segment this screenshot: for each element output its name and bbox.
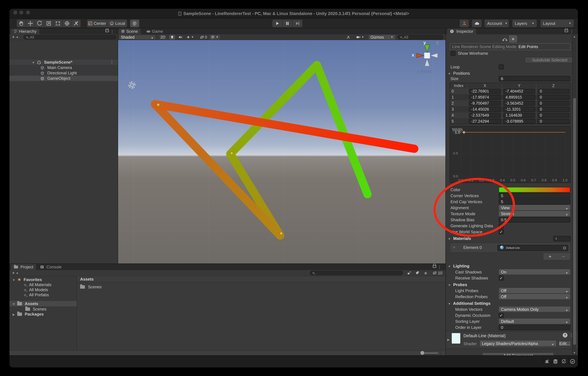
pivot-center-button[interactable]: Center [87, 20, 107, 27]
ready-status-button[interactable] [568, 358, 576, 365]
materials-foldout[interactable]: ▼ Materials [447, 236, 471, 242]
cell-x[interactable]: -22.76901 [469, 89, 501, 94]
scene-viewport[interactable]: y x ≡ Front [118, 40, 445, 264]
table-row[interactable]: 0 -22.76901 -7.404452 0 [450, 88, 570, 94]
show-wireframe-checkbox[interactable] [451, 51, 456, 56]
object-picker-icon[interactable]: ⊙ [563, 245, 566, 251]
cell-x[interactable]: -17.95974 [469, 95, 501, 100]
col-header-index[interactable]: Index [450, 83, 468, 88]
width-curve-editor[interactable]: Width 1.0 0 [450, 126, 571, 183]
toggle-2d-button[interactable]: 2D [159, 35, 167, 40]
foldout-arrow-icon[interactable]: ▼ [11, 301, 16, 307]
end-cap-vertices-field[interactable]: 5 [499, 199, 570, 204]
view-lock-icon[interactable] [436, 43, 439, 46]
shader-edit-button[interactable]: Edit... [558, 341, 571, 346]
tab-scene[interactable]: Scene [118, 28, 141, 34]
hand-tool-button[interactable] [17, 20, 26, 27]
cell-x[interactable]: -2.537649 [469, 113, 501, 118]
scene-search-input[interactable]: All [398, 35, 443, 39]
asset-item-scenes[interactable]: Scenes [80, 284, 102, 290]
lighting-foldout[interactable]: ▼ Lighting [447, 263, 470, 269]
generate-lighting-checkbox[interactable] [499, 223, 504, 228]
hierarchy-search-input[interactable]: All [23, 35, 117, 39]
sorting-layer-dropdown[interactable]: Default▼ [499, 319, 570, 324]
table-row[interactable]: 5 -27.24294 -3.078895 0 [450, 118, 570, 124]
alignment-dropdown[interactable]: View▼ [499, 205, 570, 210]
play-button[interactable] [272, 20, 282, 27]
rect-tool-button[interactable] [53, 20, 62, 27]
grid-snapping-button[interactable] [130, 20, 139, 27]
custom-tool-button[interactable] [72, 20, 81, 27]
tree-item-packages[interactable]: ▶ Packages [10, 311, 77, 317]
tree-item-scenes[interactable]: Scenes [10, 306, 77, 312]
layout-dropdown[interactable]: Layout▼ [540, 20, 574, 27]
use-world-space-checkbox[interactable]: ✓ [499, 229, 504, 234]
rotate-tool-button[interactable] [35, 20, 44, 27]
cell-y[interactable]: 1.164639 [503, 113, 535, 118]
list-item-all-models[interactable]: All Models [10, 287, 77, 292]
corner-vertices-field[interactable]: 5 [499, 193, 570, 199]
tab-game[interactable]: Game [143, 28, 166, 34]
materials-count-field[interactable]: 1 [553, 236, 571, 241]
shadow-bias-field[interactable]: 0.5 [499, 217, 570, 222]
tab-project[interactable]: Project [11, 264, 36, 270]
shading-mode-dropdown[interactable]: Shaded▼ [119, 35, 156, 40]
hierarchy-row-gameobject[interactable]: GameObject [10, 76, 118, 81]
cell-y[interactable]: 4.895915 [503, 95, 535, 100]
cell-z[interactable]: 0 [538, 107, 569, 112]
foldout-arrow-icon[interactable]: ▶ [446, 338, 451, 342]
order-in-layer-field[interactable]: 0 [499, 325, 570, 330]
scene-lighting-toggle[interactable] [169, 35, 175, 40]
material-swatch[interactable] [452, 333, 460, 343]
create-object-button[interactable]: + ▼ [12, 34, 19, 40]
add-material-button[interactable]: + [548, 254, 551, 260]
favorite-search-button[interactable]: ★ [422, 270, 429, 276]
scene-tools-button[interactable] [345, 35, 352, 40]
step-button[interactable] [293, 20, 302, 27]
cell-y[interactable]: -3.563452 [503, 101, 535, 106]
foldout-arrow-icon[interactable]: ▼ [31, 60, 36, 65]
cloud-button[interactable] [472, 20, 482, 27]
transform-tool-button[interactable] [63, 20, 72, 27]
inspector-scrollbar[interactable]: ▲ ▼ [572, 35, 576, 355]
lock-icon[interactable] [105, 30, 109, 33]
size-field[interactable]: 6 [499, 76, 570, 81]
dynamic-occlusion-checkbox[interactable]: ✓ [499, 313, 504, 318]
cell-x[interactable]: -14.45026 [469, 107, 501, 112]
pause-button[interactable] [283, 20, 292, 27]
gizmos-dropdown[interactable]: Gizmos ▼ [369, 35, 395, 40]
icon-size-slider-track[interactable] [424, 353, 438, 353]
additional-settings-foldout[interactable]: ▼ Additional Settings [447, 300, 491, 307]
project-search-input[interactable] [310, 271, 403, 275]
divider[interactable] [10, 264, 445, 264]
hierarchy-row-scene[interactable]: ▼ SampleScene* ⋮ [10, 59, 118, 65]
collab-button[interactable] [460, 20, 469, 27]
handle-local-button[interactable]: Local [107, 20, 127, 27]
favorites-item[interactable]: ▼ ★ Favorites [10, 277, 77, 282]
scene-audio-toggle[interactable] [177, 35, 183, 40]
divider[interactable] [118, 28, 118, 264]
cell-y[interactable]: -7.404452 [503, 89, 535, 94]
scale-tool-button[interactable] [44, 20, 53, 27]
view-orientation-label[interactable]: ≡ Front [417, 69, 431, 74]
create-asset-button[interactable]: + ▼ [12, 270, 19, 276]
cache-server-status-button[interactable] [551, 358, 559, 365]
scene-menu-icon[interactable]: ⋮ [110, 59, 114, 65]
col-header-z[interactable]: Z [537, 83, 570, 88]
hierarchy-row-main-camera[interactable]: Main Camera [10, 65, 118, 70]
scene-camera-dropdown[interactable]: ▼ [354, 35, 366, 40]
cell-z[interactable]: 0 [538, 89, 569, 94]
loop-checkbox[interactable] [499, 64, 504, 69]
table-row[interactable]: 2 -9.700497 -3.563452 0 [450, 100, 570, 106]
add-component-button[interactable]: Add Component [482, 353, 554, 355]
texture-mode-dropdown[interactable]: Stretch▼ [499, 211, 570, 217]
auto-refresh-status-button[interactable] [560, 358, 568, 365]
tab-hierarchy[interactable]: Hierarchy [11, 28, 39, 34]
edit-curve-tool-button[interactable] [501, 35, 509, 43]
cell-z[interactable]: 0 [538, 119, 569, 124]
debugger-status-button[interactable] [543, 358, 551, 365]
project-menu-icon[interactable]: ⋮ [438, 265, 442, 270]
cell-y[interactable]: -3.078895 [503, 119, 535, 124]
scene-effects-dropdown[interactable]: ▼ [185, 35, 195, 40]
cell-x[interactable]: -9.700497 [469, 101, 501, 106]
